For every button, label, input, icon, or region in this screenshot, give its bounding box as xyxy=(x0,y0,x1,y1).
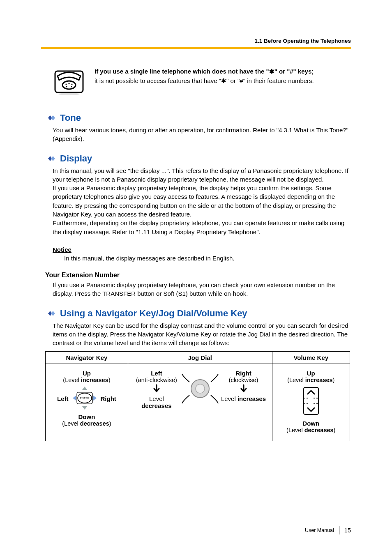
svg-point-4 xyxy=(71,83,72,85)
vol-down-effect: (Level decreases) xyxy=(276,427,346,433)
nav-diagram-table: Navigator Key Jog Dial Volume Key Up (Le… xyxy=(45,351,350,441)
nav-up-label: Up xyxy=(49,370,125,377)
jog-left-label: Left xyxy=(134,370,179,377)
nav-right-label: Right xyxy=(101,395,116,402)
running-header: 1.1 Before Operating the Telephones xyxy=(41,38,351,44)
diamond-bullet-icon xyxy=(45,310,57,317)
cell-navigator: Up (Level increases) Left ENTER xyxy=(46,364,128,441)
section-title-display: Display xyxy=(60,153,92,164)
nav-down-effect: (Level decreases) xyxy=(49,420,125,427)
svg-point-22 xyxy=(196,384,205,393)
nav-up-effect: (Level increases) xyxy=(49,377,125,383)
navigator-key-icon: ENTER xyxy=(70,386,99,412)
footer-doc-title: User Manual xyxy=(305,527,334,533)
jog-right-label: Right xyxy=(221,370,266,377)
th-jogdial: Jog Dial xyxy=(128,352,272,364)
svg-marker-16 xyxy=(73,396,76,401)
notice-body: In this manual, the display messages are… xyxy=(64,255,351,262)
footer-separator xyxy=(339,526,339,534)
ext-number-body: If you use a Panasonic display proprieta… xyxy=(53,281,351,298)
arrow-down-icon xyxy=(238,383,249,394)
jog-right-dir: (clockwise) xyxy=(221,377,266,383)
svg-marker-11 xyxy=(51,156,55,161)
arrow-down-icon xyxy=(151,383,162,394)
nav-down-label: Down xyxy=(49,413,125,420)
jog-left-effect: Level decreases xyxy=(134,395,179,409)
diamond-bullet-icon xyxy=(45,155,57,162)
nav-left-label: Left xyxy=(57,395,69,402)
svg-point-6 xyxy=(71,86,72,87)
svg-marker-13 xyxy=(51,311,55,316)
tone-body: You will hear various tones, during or a… xyxy=(53,126,351,143)
svg-point-7 xyxy=(58,93,80,95)
svg-point-3 xyxy=(68,83,69,84)
th-volume: Volume Key xyxy=(272,352,350,364)
th-navigator: Navigator Key xyxy=(46,352,128,364)
jog-right-effect: Level increases xyxy=(221,395,266,402)
vol-up-label: Up xyxy=(276,370,346,377)
volume-key-icon xyxy=(276,386,346,417)
svg-point-2 xyxy=(65,83,67,85)
ext-number-heading: Your Extension Number xyxy=(45,272,351,279)
section-title-tone: Tone xyxy=(60,113,81,123)
telephone-icon xyxy=(53,67,85,97)
jog-dial-icon xyxy=(180,370,221,406)
vol-up-effect: (Level increases) xyxy=(276,377,346,383)
intro-bold: If you use a single line telephone which… xyxy=(95,67,351,76)
svg-marker-17 xyxy=(93,396,97,401)
svg-marker-15 xyxy=(82,406,87,410)
svg-text:ENTER: ENTER xyxy=(80,397,90,400)
cell-jogdial: Left (anti-clockwise) Level decreases xyxy=(128,364,272,441)
navkey-body: The Navigator Key can be used for the di… xyxy=(53,321,351,348)
jog-left-dir: (anti-clockwise) xyxy=(134,377,179,383)
vol-down-label: Down xyxy=(276,420,346,427)
header-rule xyxy=(41,47,351,49)
display-body: In this manual, you will see "the displa… xyxy=(53,166,351,236)
svg-point-5 xyxy=(66,86,67,87)
footer-page-number: 15 xyxy=(344,527,351,534)
diamond-bullet-icon xyxy=(45,114,57,122)
svg-marker-14 xyxy=(82,387,87,390)
cell-volume: Up (Level increases) Down (Level decreas… xyxy=(272,364,350,441)
svg-marker-9 xyxy=(51,115,55,120)
intro-plain: it is not possible to access features th… xyxy=(95,76,351,86)
svg-point-1 xyxy=(62,81,76,89)
section-title-navkey: Using a Navigator Key/Jog Dial/Volume Ke… xyxy=(60,308,247,319)
notice-label: Notice xyxy=(53,246,351,253)
